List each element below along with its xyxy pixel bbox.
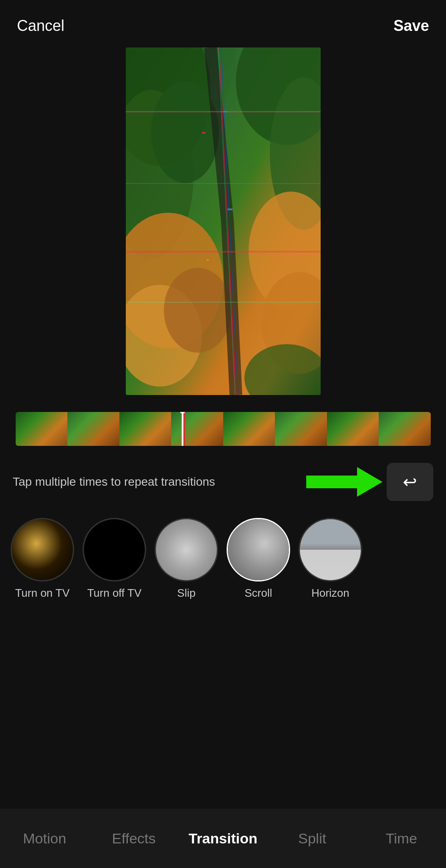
transition-thumb-scroll	[227, 518, 290, 581]
nav-item-split[interactable]: Split	[268, 809, 357, 868]
svg-rect-21	[206, 259, 209, 260]
instruction-text: Tap multiple times to repeat transitions	[13, 475, 298, 489]
preview-image	[126, 47, 321, 395]
scroll-preview	[228, 519, 289, 580]
transition-item-turn-on-tv[interactable]: Turn on TV	[8, 518, 76, 600]
transition-thumb-turn-off-tv	[83, 518, 146, 581]
timeline-frame	[171, 412, 223, 446]
preview-container	[0, 43, 446, 403]
svg-marker-23	[306, 467, 382, 497]
instruction-row: Tap multiple times to repeat transitions…	[0, 454, 446, 509]
svg-rect-22	[223, 111, 227, 112]
nav-label-split: Split	[298, 830, 326, 847]
save-button[interactable]: Save	[393, 17, 429, 35]
nav-item-motion[interactable]: Motion	[0, 809, 89, 868]
timeline-frame	[327, 412, 379, 446]
turn-off-tv-preview	[84, 519, 145, 580]
header: Cancel Save	[0, 0, 446, 43]
timeline-marker	[183, 412, 185, 446]
nav-item-effects[interactable]: Effects	[89, 809, 179, 868]
nav-label-effects: Effects	[112, 830, 155, 847]
timeline-frame	[379, 412, 431, 446]
timeline-frame	[16, 412, 68, 446]
nav-label-motion: Motion	[23, 830, 66, 847]
transition-label-horizon: Horizon	[311, 587, 349, 600]
nav-item-transition[interactable]: Transition	[178, 809, 268, 868]
svg-rect-20	[227, 209, 233, 210]
transition-item-turn-off-tv[interactable]: Turn off TV	[80, 518, 148, 600]
transition-thumb-turn-on-tv	[11, 518, 74, 581]
arrow-container: ↩	[306, 463, 433, 501]
svg-point-3	[151, 81, 219, 183]
nav-label-time: Time	[386, 830, 417, 847]
transition-label-turn-off-tv: Turn off TV	[87, 587, 141, 600]
transition-label-slip: Slip	[177, 587, 195, 600]
cancel-button[interactable]: Cancel	[17, 17, 64, 35]
transition-item-horizon[interactable]: Horizon	[296, 518, 364, 600]
svg-rect-17	[126, 251, 321, 253]
timeline-frame	[275, 412, 327, 446]
transition-thumb-slip	[155, 518, 218, 581]
svg-rect-19	[202, 132, 205, 134]
svg-rect-16	[126, 183, 321, 184]
svg-point-6	[164, 268, 232, 353]
transition-item-slip[interactable]: Slip	[152, 518, 220, 600]
slip-preview	[156, 519, 217, 580]
bottom-navigation: Motion Effects Transition Split Time	[0, 809, 446, 868]
transition-thumb-horizon	[299, 518, 362, 581]
undo-button[interactable]: ↩	[387, 463, 433, 501]
transition-label-turn-on-tv: Turn on TV	[15, 587, 70, 600]
timeline-frame	[223, 412, 275, 446]
transition-item-scroll[interactable]: Scroll	[224, 518, 292, 600]
turn-on-tv-preview	[12, 519, 73, 580]
timeline-container	[0, 403, 446, 454]
svg-rect-18	[126, 302, 321, 303]
transitions-row: Turn on TV Turn off TV Slip Scroll Horiz…	[0, 509, 446, 608]
horizon-preview	[300, 519, 361, 580]
nav-label-transition: Transition	[188, 830, 257, 847]
green-arrow-icon	[306, 465, 382, 499]
transition-label-scroll: Scroll	[244, 587, 272, 600]
timeline-frame	[119, 412, 172, 446]
nav-item-time[interactable]: Time	[357, 809, 446, 868]
timeline-strip[interactable]	[16, 412, 431, 446]
timeline-frame	[67, 412, 119, 446]
